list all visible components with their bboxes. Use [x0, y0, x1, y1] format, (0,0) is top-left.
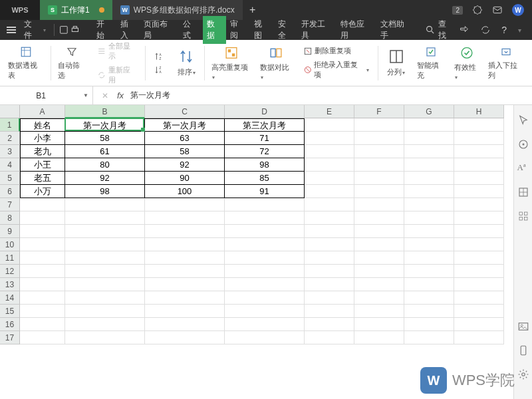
cell[interactable]: 92	[65, 172, 145, 185]
sort-button[interactable]: 排序▾	[171, 43, 201, 83]
row-header[interactable]: 2	[0, 132, 20, 145]
reapply-button[interactable]: 重新应用	[94, 64, 140, 86]
cell[interactable]	[305, 118, 354, 132]
select-all-corner[interactable]	[0, 105, 20, 118]
cell[interactable]: 58	[145, 145, 225, 158]
cell[interactable]	[225, 238, 305, 251]
cell[interactable]	[20, 251, 65, 265]
skin-icon[interactable]	[472, 5, 483, 15]
cell[interactable]	[305, 238, 354, 251]
show-all-button[interactable]: 全部显示	[94, 40, 140, 63]
row-header[interactable]: 8	[0, 211, 20, 225]
cell[interactable]	[65, 305, 145, 318]
cell[interactable]	[225, 265, 305, 278]
cell[interactable]	[354, 158, 404, 172]
cell[interactable]	[20, 238, 65, 251]
menu-item-安全[interactable]: 安全	[274, 16, 298, 44]
cell[interactable]	[404, 145, 454, 158]
insert-dropdown-button[interactable]: 插入下拉列	[484, 43, 528, 83]
cell[interactable]	[305, 305, 354, 318]
cell[interactable]	[65, 198, 145, 211]
image-icon[interactable]	[517, 321, 529, 332]
file-menu[interactable]: 文件▾	[20, 16, 50, 44]
row-header[interactable]: 5	[0, 172, 20, 185]
cell[interactable]	[305, 318, 354, 331]
cell[interactable]: 80	[65, 158, 145, 172]
cell[interactable]	[145, 198, 225, 211]
cell[interactable]	[454, 118, 504, 132]
cell[interactable]	[454, 305, 504, 318]
cell[interactable]	[454, 318, 504, 331]
cell[interactable]	[145, 291, 225, 305]
column-header[interactable]: B	[65, 105, 145, 118]
cell[interactable]: 58	[65, 132, 145, 145]
cell[interactable]	[404, 211, 454, 225]
cell[interactable]	[20, 265, 65, 278]
row-header[interactable]: 10	[0, 238, 20, 251]
cell[interactable]	[145, 305, 225, 318]
window-count-badge[interactable]: 2	[452, 6, 463, 15]
cell[interactable]	[354, 198, 404, 211]
cell[interactable]	[354, 211, 404, 225]
row-header[interactable]: 6	[0, 185, 20, 198]
cell[interactable]: 小李	[20, 132, 65, 145]
data-compare-button[interactable]: 数据对比▾	[256, 43, 296, 83]
row-header[interactable]: 1	[0, 118, 20, 132]
cell[interactable]	[145, 225, 225, 238]
cell[interactable]	[404, 118, 454, 132]
menu-item-文档助手[interactable]: 文档助手	[376, 16, 416, 44]
cell[interactable]: 98	[225, 158, 305, 172]
cell[interactable]	[354, 185, 404, 198]
cell[interactable]	[454, 132, 504, 145]
sort-asc-button[interactable]: AZ	[151, 51, 167, 63]
menu-item-特色应用[interactable]: 特色应用	[336, 16, 376, 44]
cell[interactable]	[404, 132, 454, 145]
column-header[interactable]: A	[20, 105, 65, 118]
cell[interactable]	[65, 238, 145, 251]
cell[interactable]	[305, 132, 354, 145]
formula-input[interactable]: 第一次月考	[130, 90, 170, 101]
cell[interactable]: 91	[225, 185, 305, 198]
chevron-down-icon[interactable]: ▾	[518, 27, 521, 34]
grid-icon[interactable]	[517, 210, 529, 222]
row-header[interactable]: 12	[0, 265, 20, 278]
cell[interactable]	[404, 251, 454, 265]
fx-icon[interactable]: fx	[117, 90, 124, 100]
share-icon[interactable]	[459, 25, 469, 35]
phone-icon[interactable]	[517, 344, 529, 356]
cell[interactable]	[404, 331, 454, 344]
cell[interactable]	[454, 185, 504, 198]
autofilter-button[interactable]: 自动筛选	[54, 43, 90, 83]
cell[interactable]	[454, 291, 504, 305]
cell[interactable]	[145, 265, 225, 278]
cell[interactable]: 92	[145, 158, 225, 172]
cell[interactable]	[225, 198, 305, 211]
cell[interactable]	[305, 291, 354, 305]
select-object-icon[interactable]	[517, 138, 529, 150]
cell[interactable]	[354, 291, 404, 305]
chevron-down-icon[interactable]: ▼	[83, 92, 88, 98]
sort-desc-button[interactable]: ZA	[151, 64, 167, 76]
cell[interactable]	[404, 291, 454, 305]
cell[interactable]	[225, 211, 305, 225]
cell[interactable]: 老五	[20, 172, 65, 185]
cell[interactable]	[225, 251, 305, 265]
cell[interactable]	[354, 225, 404, 238]
cell[interactable]: 85	[225, 172, 305, 185]
cell[interactable]	[20, 291, 65, 305]
menu-item-开发工具[interactable]: 开发工具	[297, 16, 336, 44]
cell[interactable]	[454, 158, 504, 172]
row-header[interactable]: 7	[0, 198, 20, 211]
cell[interactable]	[354, 331, 404, 344]
cell[interactable]	[354, 305, 404, 318]
cell[interactable]: 小万	[20, 185, 65, 198]
cell[interactable]	[404, 305, 454, 318]
save-icon[interactable]	[59, 25, 69, 35]
cell[interactable]	[20, 225, 65, 238]
cell[interactable]	[65, 318, 145, 331]
cell[interactable]	[354, 251, 404, 265]
cell[interactable]	[454, 145, 504, 158]
cell[interactable]: 老九	[20, 145, 65, 158]
account-icon[interactable]: W	[512, 4, 524, 16]
cell[interactable]	[354, 132, 404, 145]
